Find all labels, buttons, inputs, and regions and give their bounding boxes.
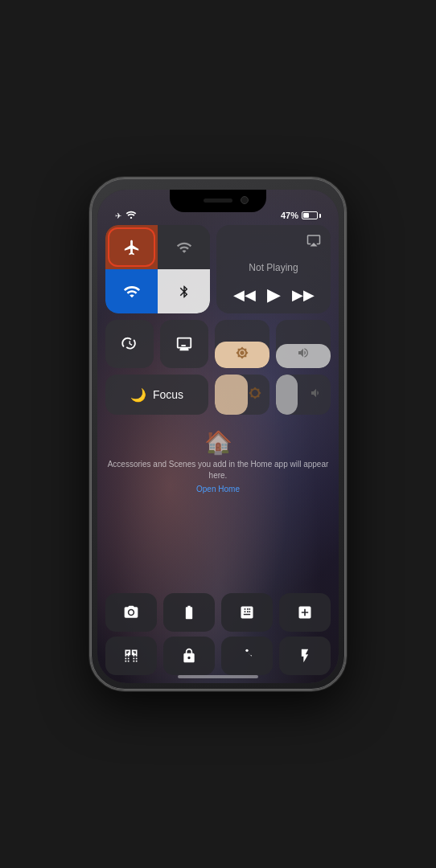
connectivity-grid [105,225,210,313]
cellular-button[interactable] [158,225,210,269]
airplane-mode-button[interactable] [105,225,158,269]
brightness-h-slider[interactable] [215,375,269,415]
status-left: ✈ [115,211,137,220]
orientation-lock-button[interactable] [105,320,154,368]
forward-button[interactable]: ▶▶ [292,286,315,304]
brightness-h-icon [249,387,261,403]
row2 [105,320,331,368]
play-button[interactable]: ▶ [267,285,281,305]
home-description: Accessories and Scenes you add in the Ho… [105,459,331,481]
airplay-button[interactable] [306,233,321,250]
bluetooth-button[interactable] [158,269,210,313]
wifi-button[interactable] [105,269,158,313]
volume-h-slider[interactable] [276,375,331,415]
rewind-button[interactable]: ◀◀ [233,286,256,304]
airplane-status-icon: ✈ [115,211,121,220]
front-camera [241,196,249,204]
volume-h-icon [310,387,323,403]
lock-rotation-button[interactable] [163,637,215,675]
wifi-status-icon [125,211,137,220]
row3: 🌙 Focus [105,375,331,415]
svg-point-1 [245,649,248,652]
moon-icon: 🌙 [130,387,146,403]
bottom-apps [105,593,331,675]
volume-icon [297,346,310,362]
brightness-icon [236,346,249,362]
not-playing-label: Not Playing [226,262,321,273]
speaker [204,199,232,203]
calculator-button[interactable] [221,593,273,632]
top-row: Not Playing ◀◀ ▶ ▶▶ [105,225,331,313]
home-section: 🏠 Accessories and Scenes you add in the … [105,421,331,498]
media-controls: ◀◀ ▶ ▶▶ [233,285,315,305]
status-right: 47% [281,211,321,220]
camera-button[interactable] [105,593,157,632]
notch [170,190,266,212]
battery-percent: 47% [281,211,298,220]
app-row-1 [105,593,331,632]
media-player: Not Playing ◀◀ ▶ ▶▶ [216,225,331,313]
flashlight-button[interactable] [279,637,331,675]
svg-point-0 [130,217,132,219]
note-add-button[interactable] [279,593,331,632]
phone-frame: ✈ 47% [89,177,347,691]
focus-label: Focus [153,388,183,401]
brightness-slider[interactable] [215,320,269,368]
battery-health-button[interactable] [163,593,215,632]
screen-mirror-button[interactable] [160,320,208,368]
home-indicator[interactable] [178,675,258,678]
focus-button[interactable]: 🌙 Focus [105,375,208,415]
home-icon: 🏠 [204,429,232,456]
open-home-link[interactable]: Open Home [196,485,240,493]
battery-icon [302,211,321,219]
qr-scanner-button[interactable] [105,637,157,675]
red-ring [108,227,155,267]
accessibility-button[interactable] [221,637,273,675]
control-center: Not Playing ◀◀ ▶ ▶▶ [105,225,331,675]
volume-slider[interactable] [276,320,331,368]
app-row-2 [105,637,331,675]
phone-screen: ✈ 47% [97,190,339,683]
